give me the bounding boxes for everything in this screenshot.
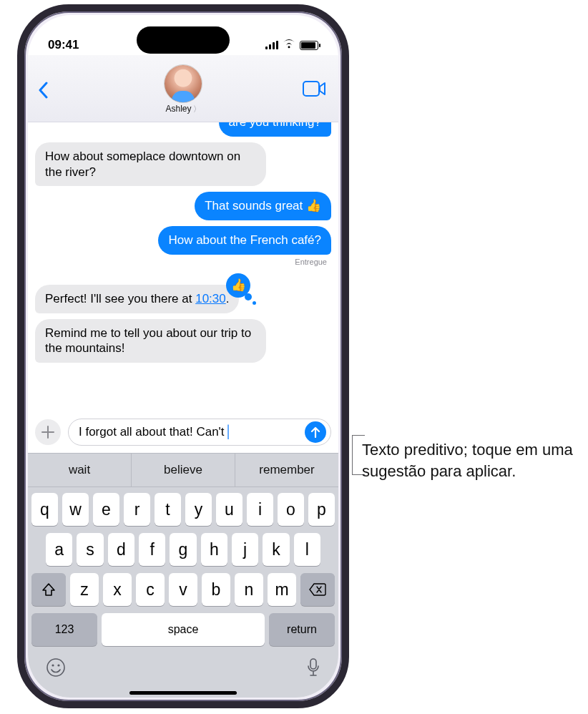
key-s[interactable]: s xyxy=(77,533,103,566)
keyboard: qwertyuiop asdfghjkl zxcvbnm 123 space r… xyxy=(28,487,338,698)
key-q[interactable]: q xyxy=(31,493,58,526)
compose-bar: I forgot all about that! Can't│ xyxy=(28,414,338,453)
key-j[interactable]: j xyxy=(232,533,258,566)
back-button[interactable] xyxy=(38,81,48,104)
message-text: are you thinking? xyxy=(229,122,321,129)
message-input-text: I forgot all about that! Can't xyxy=(79,425,225,439)
dictation-key[interactable] xyxy=(306,657,320,683)
tapback-thumbs-up-icon[interactable]: 👍 xyxy=(226,273,250,298)
cellular-icon xyxy=(265,41,278,49)
message-received[interactable]: 👍 Perfect! I'll see you there at 10:30. xyxy=(35,285,239,313)
key-b[interactable]: b xyxy=(202,573,230,606)
time-link[interactable]: 10:30 xyxy=(195,292,226,305)
prediction-suggestion[interactable]: believe xyxy=(131,454,235,486)
dynamic-island xyxy=(137,26,230,54)
shift-key[interactable] xyxy=(31,573,66,606)
volume-up-button xyxy=(348,176,349,226)
key-e[interactable]: e xyxy=(93,493,119,526)
message-text: Remind me to tell you about our trip to … xyxy=(45,326,251,356)
silence-switch xyxy=(348,133,349,157)
key-h[interactable]: h xyxy=(201,533,227,566)
prediction-suggestion[interactable]: wait xyxy=(28,454,131,486)
key-v[interactable]: v xyxy=(169,573,197,606)
numbers-key[interactable]: 123 xyxy=(31,613,97,646)
svg-point-2 xyxy=(52,664,54,666)
key-p[interactable]: p xyxy=(308,493,335,526)
key-a[interactable]: a xyxy=(46,533,72,566)
key-o[interactable]: o xyxy=(278,493,304,526)
svg-point-3 xyxy=(57,664,59,666)
thumbs-up-emoji: 👍 xyxy=(306,199,321,212)
send-button[interactable] xyxy=(305,421,326,443)
contact-button[interactable]: Ashley〉 xyxy=(165,65,202,114)
svg-rect-4 xyxy=(310,659,316,669)
message-sent[interactable]: How about the French café? xyxy=(158,226,331,255)
wifi-icon xyxy=(283,38,295,52)
message-received[interactable]: How about someplace downtown on the rive… xyxy=(35,142,266,187)
key-w[interactable]: w xyxy=(62,493,89,526)
svg-point-1 xyxy=(47,659,64,676)
message-sent[interactable]: are you thinking? xyxy=(219,122,331,137)
message-input[interactable]: I forgot all about that! Can't│ xyxy=(68,419,331,446)
delivered-label: Entregue xyxy=(295,258,327,266)
predictive-text-bar: wait believe remember xyxy=(28,453,338,487)
key-i[interactable]: i xyxy=(247,493,273,526)
facetime-button[interactable] xyxy=(303,81,325,99)
apps-plus-button[interactable] xyxy=(35,419,61,445)
backspace-key[interactable] xyxy=(300,573,335,606)
home-indicator[interactable] xyxy=(129,691,237,695)
space-key[interactable]: space xyxy=(102,613,265,646)
emoji-key[interactable] xyxy=(46,657,66,683)
volume-down-button xyxy=(348,240,349,290)
conversation-header: Ashley〉 xyxy=(28,55,338,122)
message-received[interactable]: Remind me to tell you about our trip to … xyxy=(35,319,266,363)
key-u[interactable]: u xyxy=(216,493,242,526)
conversation-scroll[interactable]: are you thinking? How about someplace do… xyxy=(28,122,338,414)
contact-name-label: Ashley xyxy=(165,104,191,114)
battery-icon xyxy=(300,41,318,50)
key-r[interactable]: r xyxy=(124,493,150,526)
key-z[interactable]: z xyxy=(70,573,99,606)
side-button xyxy=(17,226,19,305)
message-text: How about the French café? xyxy=(168,233,321,247)
message-sent[interactable]: That sounds great 👍 xyxy=(195,192,331,220)
key-y[interactable]: y xyxy=(185,493,212,526)
contact-avatar xyxy=(165,65,202,102)
message-text: How about someplace downtown on the rive… xyxy=(45,150,240,179)
key-l[interactable]: l xyxy=(294,533,320,566)
key-t[interactable]: t xyxy=(155,493,181,526)
key-f[interactable]: f xyxy=(139,533,165,566)
key-k[interactable]: k xyxy=(263,533,289,566)
key-g[interactable]: g xyxy=(170,533,196,566)
return-key[interactable]: return xyxy=(269,613,335,646)
key-n[interactable]: n xyxy=(235,573,263,606)
message-text: Perfect! I'll see you there at xyxy=(45,292,195,305)
callout-text: Texto preditivo; toque em uma sugestão p… xyxy=(362,439,577,481)
key-c[interactable]: c xyxy=(136,573,165,606)
iphone-frame: 09:41 Ashley〉 xyxy=(17,4,349,708)
prediction-suggestion[interactable]: remember xyxy=(235,454,338,486)
key-d[interactable]: d xyxy=(108,533,134,566)
chevron-right-icon: 〉 xyxy=(193,104,201,113)
text-caret: │ xyxy=(225,425,233,439)
status-time: 09:41 xyxy=(48,38,79,52)
message-text: That sounds great xyxy=(205,199,306,212)
svg-rect-0 xyxy=(303,82,319,96)
key-x[interactable]: x xyxy=(103,573,132,606)
key-m[interactable]: m xyxy=(268,573,296,606)
